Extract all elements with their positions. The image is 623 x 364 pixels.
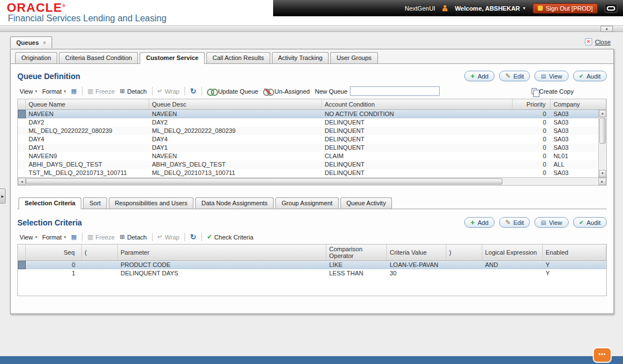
queue-table-row[interactable]: DAY2 DAY2 DELINQUENT 0 SA03 (18, 118, 598, 127)
column-header-logical-expression[interactable]: Logical Expression (482, 245, 543, 260)
main-tab[interactable]: Activity Tracking (272, 52, 329, 63)
queue-definition-table: Queue Name Queue Desc Account Condition … (17, 99, 607, 186)
criteria-table-row[interactable]: 0 PRODUCT CODE LIKE LOAN-VE-PAVAN AND Y (18, 261, 606, 269)
scroll-left-button[interactable]: ◄ (18, 178, 26, 185)
queue-table-row[interactable]: TST_ML_DELQ_20210713_100711 ML_DELQ_2021… (18, 169, 598, 177)
row-selector[interactable] (18, 169, 26, 177)
cell-account-condition: DELINQUENT (322, 160, 513, 169)
update-queue-button[interactable]: Update Queue (207, 88, 259, 95)
main-tab[interactable]: Origination (15, 52, 57, 63)
wrap-icon: ↵ (158, 87, 163, 95)
row-selector[interactable] (18, 110, 26, 118)
cell-criteria-value: LOAN-VE-PAVAN (387, 261, 446, 269)
main-tab[interactable]: Customer Service (140, 52, 205, 64)
horizontal-scrollbar-thumb[interactable] (26, 178, 502, 185)
row-selector[interactable] (18, 118, 26, 127)
horizontal-scrollbar[interactable]: ◄ ► (18, 177, 606, 185)
refresh-button[interactable]: ↻ (190, 233, 196, 241)
row-selector[interactable] (18, 127, 26, 135)
add-button[interactable]: + Add (464, 217, 495, 228)
column-header-queue-name[interactable]: Queue Name (26, 99, 149, 109)
column-header-parameter[interactable]: Parameter (118, 245, 326, 260)
add-button[interactable]: + Add (464, 71, 495, 81)
signout-button[interactable]: Sign Out [PROD] (533, 3, 598, 13)
queue-table-row[interactable]: ML_DELQ_20220222_080239 ML_DELQ_20220222… (18, 127, 598, 135)
main-tab[interactable]: Call Action Results (206, 52, 270, 63)
edit-button[interactable]: ✎ Edit (499, 71, 530, 81)
format-menu[interactable]: Format ▾ (42, 88, 66, 95)
new-queue-input[interactable] (350, 86, 440, 96)
queue-table-row[interactable]: NAVEEN NAVEEN NO ACTIVE CONDITION 0 SA03 (18, 110, 598, 118)
vertical-scrollbar[interactable]: ▲ ▼ (598, 110, 606, 177)
queue-table-row[interactable]: ABHI_DAYS_DELQ_TEST ABHI_DAYS_DELQ_TEST … (18, 160, 598, 169)
sub-tab[interactable]: Responsibilities and Users (109, 197, 194, 209)
refresh-button[interactable]: ↻ (190, 87, 196, 95)
close-button[interactable]: × Close (585, 38, 611, 45)
nextgenui-link[interactable]: NextGenUI (405, 5, 435, 12)
header-collapse-strip: ▲ (0, 25, 623, 32)
column-header-enabled[interactable]: Enabled (543, 245, 606, 260)
close-icon: × (585, 38, 592, 45)
sub-tab[interactable]: Queue Activity (340, 197, 392, 209)
scroll-up-button[interactable]: ▲ (599, 110, 606, 117)
column-header-close-paren[interactable]: ) (446, 245, 482, 260)
format-menu[interactable]: Format ▾ (42, 234, 66, 241)
vertical-scrollbar-thumb[interactable] (599, 118, 606, 144)
vertical-scrollbar-track[interactable] (599, 144, 606, 170)
scroll-down-button[interactable]: ▼ (599, 170, 606, 177)
refresh-icon: ↻ (190, 233, 196, 241)
view-button[interactable]: ▤ View (534, 71, 568, 81)
queue-definition-actions: + Add ✎ Edit ▤ View ✔ Au (464, 71, 607, 81)
sub-tab[interactable]: Group Assignment (275, 197, 339, 209)
document-tab-bar: Queues × × Close (10, 36, 614, 49)
edit-button[interactable]: ✎ Edit (499, 217, 530, 228)
view-button[interactable]: ▤ View (534, 217, 568, 228)
column-header-account-condition[interactable]: Account Condition (322, 99, 513, 109)
main-tab[interactable]: Criteria Based Condition (59, 52, 138, 63)
queue-table-row[interactable]: DAY4 DAY4 DELINQUENT 0 SA03 (18, 135, 598, 144)
audit-button[interactable]: ✔ Audit (573, 217, 607, 228)
row-selector[interactable] (18, 261, 26, 269)
detach-button[interactable]: ⊞ Detach (120, 233, 147, 241)
sub-tab[interactable]: Selection Criteria (19, 197, 81, 209)
chat-button[interactable]: ••• (594, 348, 611, 362)
row-selector[interactable] (18, 135, 26, 144)
cell-account-condition: DELINQUENT (322, 169, 513, 177)
column-header-priority[interactable]: Priority (513, 99, 551, 109)
column-header-seq[interactable]: Seq (26, 245, 82, 260)
view-menu[interactable]: View ▾ (20, 88, 37, 95)
column-header-queue-desc[interactable]: Queue Desc (149, 99, 322, 109)
detach-button[interactable]: ⊞ Detach (120, 87, 147, 95)
row-selector[interactable] (18, 160, 26, 169)
row-selector[interactable] (18, 269, 26, 278)
row-selector[interactable] (18, 144, 26, 152)
welcome-menu[interactable]: Welcome, ABSHEKAR ▼ (455, 5, 526, 12)
row-selector[interactable] (18, 152, 26, 160)
view-menu[interactable]: View ▾ (20, 234, 37, 241)
cell-queue-desc: ML_DELQ_20210713_100711 (149, 169, 322, 177)
horizontal-scrollbar-track[interactable] (502, 178, 598, 185)
column-header-open-paren[interactable]: ( (82, 245, 118, 260)
doc-tab-queues[interactable]: Queues × (10, 36, 52, 48)
query-by-example-button[interactable]: ▦ (71, 233, 77, 241)
query-by-example-button[interactable]: ▦ (71, 87, 77, 95)
selector-column-header (18, 245, 26, 260)
collapse-header-button[interactable]: ▲ (601, 26, 613, 32)
criteria-table-row[interactable]: 1 DELINQUENT DAYS LESS THAN 30 Y (18, 269, 606, 278)
sub-tab[interactable]: Data Node Assignments (195, 197, 274, 209)
queue-table-row[interactable]: NAVEEN9 NAVEEN CLAIM 0 NL01 (18, 152, 598, 160)
unassigned-button[interactable]: Un-Assigned (263, 88, 310, 95)
wrap-icon: ↵ (158, 233, 163, 241)
column-header-company[interactable]: Company (551, 99, 606, 109)
queue-table-row[interactable]: DAY1 DAY1 DELINQUENT 0 SA03 (18, 144, 598, 152)
sub-tab[interactable]: Sort (83, 197, 107, 209)
check-criteria-button[interactable]: ✔ Check Criteria (207, 233, 253, 241)
audit-button[interactable]: ✔ Audit (573, 71, 607, 81)
doc-tab-close-icon[interactable]: × (43, 40, 46, 46)
sidebar-expand-button[interactable]: ▶ (0, 188, 6, 204)
main-tab[interactable]: User Groups (330, 52, 377, 63)
create-copy-button[interactable]: Create Copy (532, 88, 574, 95)
column-header-criteria-value[interactable]: Criteria Value (387, 245, 446, 260)
column-header-comparison-operator[interactable]: Comparison Operator (326, 245, 387, 260)
scroll-right-button[interactable]: ► (598, 178, 606, 185)
